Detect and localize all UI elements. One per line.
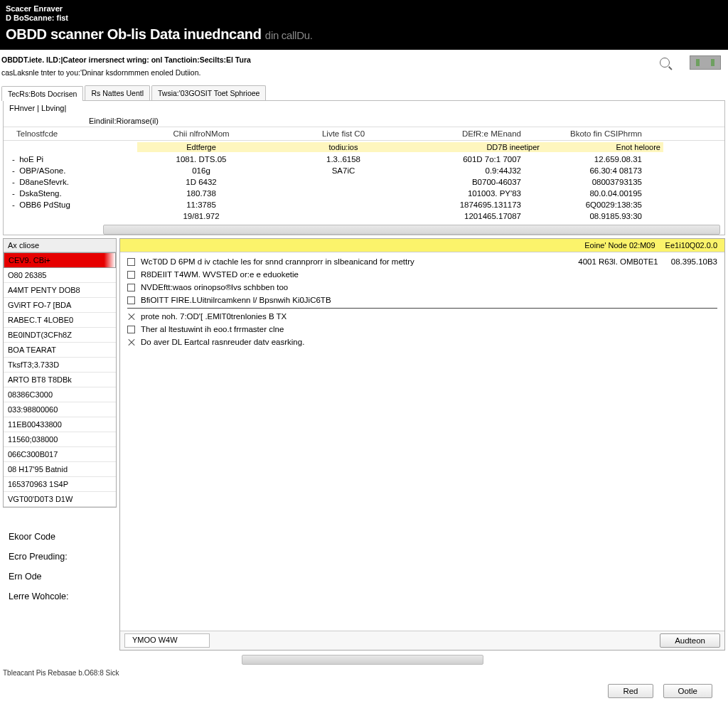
tab[interactable]: TecRs:Bots Docrisen [1, 86, 83, 101]
cell [265, 189, 422, 198]
sidebar-item[interactable]: BE0INDT(3CFh8Z [4, 328, 116, 343]
title-bar: Scacer Enraver D BoScanne: fist OBDD sca… [0, 0, 728, 50]
detail-line[interactable]: R8DEIIT T4WM. WVSTED or:e e eduoketie [127, 268, 717, 281]
detail-text: NVDEftt:waos orinopso®lvs schbben too [141, 283, 288, 291]
cell: 12.659.08.31 [542, 155, 663, 164]
cell: 0.9:44J32 [422, 166, 542, 175]
cell: 08003793135 [542, 178, 663, 186]
horizontal-scrollbar[interactable] [103, 225, 720, 235]
table-row[interactable]: - hoE Pi1081. DTS.051.3..6158601D 7o:1 7… [4, 154, 724, 165]
detail-line[interactable]: NVDEftt:waos orinopso®lvs schbben too [127, 281, 717, 294]
bottom-scrollbar[interactable] [242, 655, 483, 665]
sidebar-header: Ax cliose [4, 239, 116, 252]
search-icon[interactable] [660, 58, 670, 68]
sidebar-labels: Ekoor CodeEcro Preuding:Ern OdeLerre Woh… [3, 508, 117, 616]
detail-text: WcT0D D 6PM d iv ctachle les for snnd cr… [141, 257, 414, 266]
action-button[interactable]: Audteon [660, 633, 720, 648]
red-button[interactable]: Red [608, 684, 653, 698]
sidebar-item[interactable]: 066C300B017 [4, 447, 116, 462]
detail-line[interactable]: prote noh. 7:OD'[ .EMlT0trenlonies B TX [127, 310, 717, 323]
column-subheader: DD7B ineetiper [422, 142, 542, 152]
sidebar-item[interactable]: 033:98800060 [4, 402, 116, 417]
checkbox-icon[interactable] [127, 258, 135, 266]
sidebar-item[interactable]: 165370963 1S4P [4, 477, 116, 492]
cell: 016g [137, 166, 265, 175]
cell: 66.30:4 08173 [542, 166, 663, 175]
cell: 1201465.17087 [422, 212, 542, 220]
cell: 08.9185.93:30 [542, 212, 663, 220]
column-header[interactable]: Bkoto fin CSIPhrmn [542, 129, 663, 138]
detail-text: Ther al ltestuwint ih eoo.t frrmaster cl… [141, 325, 284, 333]
status-indicator-icon[interactable] [690, 55, 721, 70]
tab[interactable]: Twsia:'03GOSIT Toet Sphrioee [151, 85, 266, 100]
section-header-left[interactable]: FHnver | Lbving| [9, 104, 66, 112]
cell: - D8aneSfevrk. [9, 178, 137, 186]
sidebar-item[interactable]: 08386C3000 [4, 387, 116, 402]
cell: 1.3..6158 [265, 155, 422, 164]
sidebar-label: Ecro Preuding: [9, 552, 112, 562]
data-panel: FHnver | Lbving| Eindinil:Rioramse(il) T… [3, 100, 725, 235]
top-bar: OBDDT.iete. ILD:|Cateor irnersnect wring… [0, 50, 728, 85]
detail-line[interactable]: Do aver DL Eartcal rasnreuder datv easrk… [127, 336, 717, 348]
column-header[interactable]: Chii nlfroNMom [137, 129, 265, 138]
sidebar-item[interactable]: 08 H17'95 Batnid [4, 462, 116, 477]
table-row[interactable]: - D8aneSfevrk.1D 6432B0700-4603708003793… [4, 176, 724, 188]
sidebar-item[interactable]: ARTO BT8 T8DBk [4, 373, 116, 387]
detail-footer: YMOO W4W Audteon [120, 631, 724, 650]
detail-line[interactable]: Ther al ltestuwint ih eoo.t frrmaster cl… [127, 323, 717, 336]
sidebar-item[interactable]: CEV9. CBi+ [4, 252, 116, 268]
detail-text: R8DEIIT T4WM. WVSTED or:e e eduoketie [141, 270, 299, 279]
checkbox-icon[interactable] [127, 271, 135, 279]
detail-body: WcT0D D 6PM d iv ctachle les for snnd cr… [120, 252, 724, 631]
detail-line[interactable]: BfiOITT FIRE.LUitnilrcamkenn l/ Bpsnwih … [127, 294, 717, 309]
table-row[interactable]: - OBP/ASone.016gSA7iC0.9:44J3266.30:4 08… [4, 165, 724, 176]
detail-footer-field[interactable]: YMOO W4W [124, 633, 210, 648]
sidebar-item[interactable]: 11560;038000 [4, 432, 116, 447]
column-header[interactable]: DEfR:e MEnand [422, 129, 542, 138]
section-header: FHnver | Lbving| [4, 101, 724, 115]
checkbox-icon[interactable] [127, 296, 135, 304]
cell: 601D 7o:1 7007 [422, 155, 542, 164]
sidebar-item[interactable]: 11EB00433800 [4, 417, 116, 432]
column-header[interactable]: Telnostfcde [9, 129, 137, 138]
sidebar-box: Ax cliose CEV9. CBi+O80 26385A4MT PENTY … [3, 238, 117, 508]
cell [9, 212, 137, 220]
table-row[interactable]: - DskaSteng.180.738101003. PY'8380.0.04.… [4, 188, 724, 199]
sidebar-item[interactable]: TksfT3;3.733D [4, 358, 116, 373]
table-row[interactable]: 19/81.9721201465.1708708.9185.93:30 [4, 210, 724, 222]
sidebar-item[interactable]: O80 26385 [4, 268, 116, 283]
sidebar-item[interactable]: BOA TEARAT [4, 343, 116, 358]
close-button[interactable]: Ootle [663, 684, 713, 698]
table-row[interactable]: - OBB6 PdStug11:37851874695.1311736Q0029… [4, 199, 724, 210]
detail-text: prote noh. 7:OD'[ .EMlT0trenlonies B TX [141, 312, 287, 321]
checkbox-icon[interactable] [127, 284, 135, 291]
status-line: Tbleacant Pis Rebasae b.O68:8 Sick [0, 665, 728, 681]
column-subheader: todiu:ios [265, 142, 422, 152]
close-x-icon[interactable] [127, 313, 135, 321]
lower-pane: Ax cliose CEV9. CBi+O80 26385A4MT PENTY … [3, 238, 725, 651]
detail-header: Eoine' Node 02:M09 Ee1i10Q02.0.0 [120, 239, 724, 252]
detail-line[interactable]: WcT0D D 6PM d iv ctachle les for snnd cr… [127, 255, 717, 268]
close-x-icon[interactable] [127, 338, 135, 346]
data-table: TelnostfcdeChii nlfroNMomLivte fist C0DE… [4, 127, 724, 222]
cell: SA7iC [265, 166, 422, 175]
cell [265, 178, 422, 186]
cell: 19/81.972 [137, 212, 265, 220]
sidebar-item[interactable]: GViRT FO-7 [BDA [4, 298, 116, 313]
cell: 80.0.04.00195 [542, 189, 663, 198]
sidebar-item[interactable]: VGT00'D0T3 D1W [4, 492, 116, 507]
sidebar-item[interactable]: RABEC.T 4LOBE0 [4, 313, 116, 328]
sidebar-label: Ekoor Code [9, 532, 112, 542]
cell: 1081. DTS.05 [137, 155, 265, 164]
main-title-light: din callDu. [265, 29, 313, 41]
cell: 180.738 [137, 189, 265, 198]
dialog-buttons: Red Ootle [0, 681, 728, 705]
tab[interactable]: Rs Nattes Uentl [85, 85, 150, 100]
column-header[interactable]: Livte fist C0 [265, 129, 422, 138]
sidebar-item[interactable]: A4MT PENTY DOB8 [4, 283, 116, 298]
detail-value: 08.395.10B3 [671, 257, 717, 266]
checkbox-icon[interactable] [127, 326, 135, 333]
cell: - OBB6 PdStug [9, 200, 137, 209]
summary-label: Eindinil:Rioramse(il) [4, 115, 724, 127]
detail-panel: Eoine' Node 02:M09 Ee1i10Q02.0.0 WcT0D D… [119, 238, 725, 651]
